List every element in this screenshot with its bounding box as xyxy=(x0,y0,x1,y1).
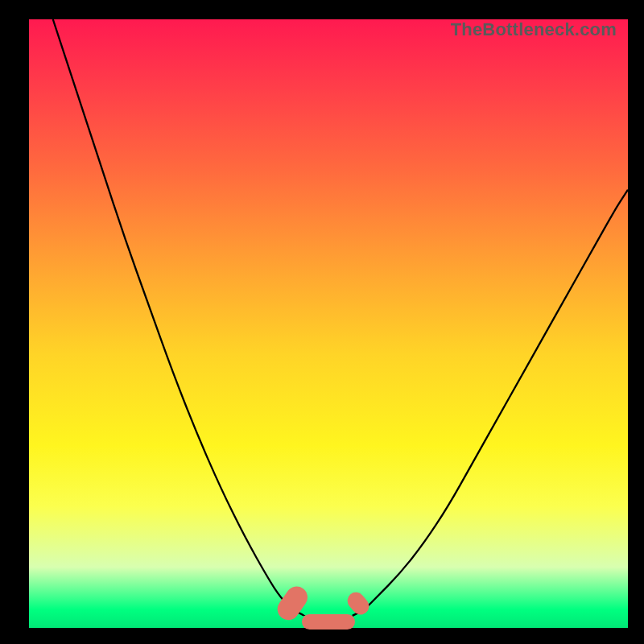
chart-lines xyxy=(29,19,628,628)
right-curve xyxy=(353,190,628,616)
left-curve xyxy=(53,19,304,616)
marker-bottom-blob xyxy=(302,614,356,629)
chart-plot-area: TheBottleneck.com xyxy=(29,19,628,628)
